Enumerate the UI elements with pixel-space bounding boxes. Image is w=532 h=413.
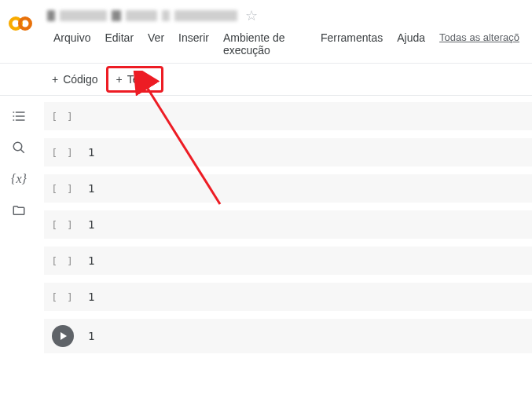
cell-prompt: [ ] <box>51 291 74 303</box>
cell-prompt: [ ] <box>51 183 74 195</box>
code-cell[interactable]: [ ] <box>44 102 532 130</box>
cell-prompt: [ ] <box>51 219 74 231</box>
left-rail: {x} <box>0 96 38 413</box>
cell-content[interactable]: 1 <box>88 254 94 267</box>
toolbar: + Código + Texto <box>0 63 532 96</box>
menu-ferramentas[interactable]: Ferramentas <box>314 28 389 60</box>
files-icon[interactable] <box>11 203 27 218</box>
search-icon[interactable] <box>11 140 27 155</box>
plus-icon: + <box>116 73 123 86</box>
svg-point-2 <box>13 142 22 151</box>
star-icon[interactable]: ☆ <box>245 7 258 24</box>
add-text-button[interactable]: + Texto <box>106 66 164 93</box>
save-status: Todas as alteraçõ <box>433 28 526 60</box>
menu-ver[interactable]: Ver <box>141 28 171 60</box>
menu-bar: Arquivo Editar Ver Inserir Ambiente de e… <box>47 28 526 63</box>
cell-content[interactable]: 1 <box>88 330 94 342</box>
code-cell[interactable]: [ ] 1 <box>44 174 532 203</box>
add-code-label: Código <box>63 73 97 86</box>
code-cell[interactable]: [ ] 1 <box>44 283 532 311</box>
svg-line-3 <box>20 149 24 153</box>
menu-arquivo[interactable]: Arquivo <box>47 28 97 60</box>
run-cell-button[interactable] <box>52 325 74 347</box>
menu-ajuda[interactable]: Ajuda <box>391 28 431 60</box>
menu-ambiente[interactable]: Ambiente de execução <box>217 28 313 60</box>
code-cell[interactable]: [ ] 1 <box>44 247 532 275</box>
add-code-button[interactable]: + Código <box>44 68 106 90</box>
add-text-label: Texto <box>127 73 153 86</box>
cell-content[interactable]: 1 <box>88 146 94 159</box>
header: ☆ Arquivo Editar Ver Inserir Ambiente de… <box>0 0 532 63</box>
notebook-cells: [ ] [ ] 1 [ ] 1 [ ] 1 [ ] 1 [ ] 1 <box>38 96 532 413</box>
code-cell[interactable]: [ ] 1 <box>44 210 532 239</box>
variables-icon[interactable]: {x} <box>11 171 27 187</box>
cell-prompt: [ ] <box>51 147 74 159</box>
cell-content[interactable]: 1 <box>88 218 94 231</box>
svg-point-1 <box>20 18 31 29</box>
plus-icon: + <box>52 73 58 86</box>
main-area: {x} [ ] [ ] 1 [ ] 1 [ ] 1 [ ] 1 [ ] 1 <box>0 96 532 413</box>
toc-icon[interactable] <box>11 108 27 124</box>
cell-prompt: [ ] <box>51 255 74 267</box>
cell-content[interactable]: 1 <box>88 182 94 195</box>
play-icon <box>61 332 67 340</box>
notebook-title[interactable] <box>47 10 237 21</box>
title-row: ☆ <box>47 5 526 27</box>
code-cell[interactable]: [ ] 1 <box>44 138 532 166</box>
cell-content[interactable]: 1 <box>88 291 94 303</box>
menu-inserir[interactable]: Inserir <box>172 28 215 60</box>
colab-logo <box>6 9 35 38</box>
cell-prompt: [ ] <box>51 111 74 122</box>
code-cell-active[interactable]: 1 <box>44 319 532 353</box>
menu-editar[interactable]: Editar <box>98 28 140 60</box>
